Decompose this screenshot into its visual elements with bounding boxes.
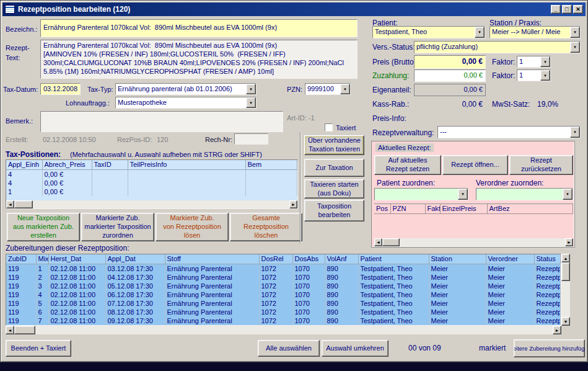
rezept-zuruecksetzen-button[interactable]: Rezept zurücksetzen [509, 155, 573, 175]
column-header[interactable]: TaxID [92, 160, 128, 169]
column-header[interactable]: DosAbs [292, 254, 325, 264]
column-header[interactable]: PZN [390, 204, 425, 213]
faktor2-select[interactable]: 1 ▼ [517, 69, 551, 81]
column-header[interactable]: Faktor [425, 204, 440, 213]
rezept-oeffnen-button[interactable]: Rezept öffnen... [442, 155, 508, 175]
auswahl-umkehren-button[interactable]: Auswahl umkehren [322, 340, 388, 357]
column-header[interactable]: Herst_Dat [48, 254, 105, 264]
bemerk-textarea[interactable] [40, 111, 283, 132]
scrollbar-thumb[interactable] [561, 262, 570, 281]
beenden-taxiert-button[interactable]: Beenden + Taxiert [6, 340, 71, 357]
scroll-down-icon[interactable]: ▼ [561, 317, 570, 326]
scroll-right-icon[interactable]: ► [289, 200, 297, 208]
column-header[interactable]: Abrech_Preis [42, 160, 92, 169]
taxiert-checkbox[interactable] [325, 123, 333, 132]
chevron-down-icon[interactable]: ▼ [570, 42, 580, 53]
table-row[interactable]: 119202.12.08 11:0004.12.08 17:30Ernährun… [6, 273, 561, 282]
zubereitungen-hscrollbar[interactable]: ◄ ► [6, 326, 561, 334]
table-row[interactable]: 119602.12.08 11:0008.12.08 17:30Ernährun… [6, 308, 561, 316]
zuzahlung-input[interactable]: 0,00 € [414, 69, 486, 82]
column-header[interactable]: Pos [374, 204, 390, 213]
scrollbar-thumb[interactable] [14, 326, 35, 334]
faktor1-select[interactable]: 1 ▼ [517, 56, 551, 68]
weitere-zubereitung-button[interactable]: Weitere Zubereitung hinzufügen [514, 339, 585, 357]
verordner-zuordnen-select[interactable]: ▼ [476, 188, 573, 200]
scroll-up-icon[interactable]: ▲ [561, 254, 570, 262]
station-praxis-select[interactable]: Meier --> Müller / Meie ▼ [489, 26, 581, 38]
lohnauftragg-select[interactable]: Musterapotheke ▼ [115, 97, 257, 109]
maximize-button[interactable]: □ [562, 5, 572, 14]
rech-nr-input[interactable] [234, 133, 268, 145]
scroll-right-icon[interactable]: ► [565, 238, 573, 246]
tax-positionen-hscrollbar[interactable]: ◄ ► [6, 200, 297, 208]
pzn-select[interactable]: 9999100 ▼ [305, 83, 351, 95]
table-row[interactable]: 119102.12.08 11:0003.12.08 17:30Ernährun… [6, 264, 561, 273]
preis-brutto-input[interactable]: 0,00 € [414, 55, 486, 69]
table-cell: Meier [486, 273, 534, 282]
taxieren-starten-button[interactable]: Taxieren starten (aus Doku) [304, 179, 364, 199]
chevron-down-icon[interactable]: ▼ [340, 84, 350, 94]
zur-taxation-button[interactable]: Zur Taxation [304, 159, 364, 177]
zub-loesen-button[interactable]: Markierte Zub. von Rezeptposition lösen [156, 213, 229, 241]
chevron-down-icon[interactable]: ▼ [246, 84, 256, 94]
tax-typ-select[interactable]: Ernährung parenteral (ab 01.01.2006) ▼ [115, 83, 257, 95]
column-header[interactable]: EinzelPreis [440, 204, 487, 213]
taxposition-bearbeiten-button[interactable]: Taxposition bearbeiten [304, 200, 364, 221]
vers-status-select[interactable]: pflichtig (Zuzahlung) ▼ [414, 41, 581, 53]
minimize-button[interactable]: _ [551, 5, 561, 14]
column-header[interactable]: VolAnf [325, 254, 358, 264]
rezeptverwaltung-select[interactable]: --- ▼ [437, 126, 581, 138]
faktor1-label: Faktor: [492, 58, 515, 66]
table-row[interactable]: 119502.12.08 11:0007.12.08 17:30Ernährun… [6, 299, 561, 308]
title-bar[interactable]: Rezeptposition bearbeiten (120) _ □ ✕ [2, 2, 586, 16]
chevron-down-icon[interactable]: ▼ [540, 70, 550, 81]
scrollbar-thumb[interactable] [382, 238, 400, 246]
zubereitungen-vscrollbar[interactable]: ▲ ▼ [561, 254, 570, 326]
rezept-hscrollbar[interactable]: ◄ ► [374, 238, 573, 246]
ueber-vorhandene-taxation-button[interactable]: Über vorhandene Taxation taxieren [304, 135, 364, 155]
column-header[interactable]: Status [534, 254, 561, 264]
scroll-left-icon[interactable]: ◄ [6, 200, 14, 208]
chevron-down-icon[interactable]: ▼ [540, 56, 550, 67]
chevron-down-icon[interactable]: ▼ [246, 97, 256, 108]
column-header[interactable]: Stoff [165, 254, 259, 264]
column-header[interactable]: DosRel [259, 254, 292, 264]
column-header[interactable]: Appl_Dat [105, 254, 165, 264]
table-row[interactable]: 119302.12.08 11:0005.12.08 17:30Ernährun… [6, 282, 561, 290]
table-row[interactable]: 10,00 € [6, 187, 297, 196]
table-row[interactable]: 40,00 € [6, 169, 297, 179]
table-row[interactable]: 119702.12.08 11:0009.12.08 17:30Ernährun… [6, 316, 561, 325]
column-header[interactable]: Verordner [486, 254, 534, 264]
column-header[interactable]: TeilPreisInfo [128, 160, 245, 169]
scroll-left-icon[interactable]: ◄ [6, 326, 14, 334]
table-row[interactable]: 119402.12.08 11:0006.12.08 17:30Ernährun… [6, 290, 561, 299]
column-header[interactable]: ArtBez [487, 204, 573, 213]
rezeptposition-loeschen-button[interactable]: Gesamte Rezeptposition löschen [230, 213, 302, 241]
table-row[interactable]: 40,00 € [6, 179, 297, 187]
auf-aktuelles-rezept-button[interactable]: Auf aktuelles Rezept setzen [374, 155, 441, 175]
patient-select[interactable]: Testpatient, Theo ▼ [372, 26, 485, 38]
preis-info-label: Preis-Info: [372, 114, 406, 123]
patient-zuordnen-select[interactable]: ▼ [374, 188, 468, 200]
zub-zuordnen-button[interactable]: Markierte Zub. markierter Taxposition zu… [81, 213, 154, 241]
scrollbar-thumb[interactable] [14, 200, 33, 208]
chevron-down-icon[interactable]: ▼ [570, 127, 580, 138]
tax-datum-input[interactable]: 03.12.2008 [40, 83, 81, 95]
bezeichn-input[interactable]: Ernährung Parenteral 1070kcal Vol: 890ml… [40, 19, 358, 37]
column-header[interactable]: Mix [36, 254, 48, 264]
scroll-right-icon[interactable]: ► [553, 326, 561, 334]
column-header[interactable]: Station [429, 254, 486, 264]
neue-taxposition-button[interactable]: Neue Taxposition aus markierten Zub. ers… [7, 213, 80, 241]
chevron-down-icon[interactable]: ▼ [458, 189, 468, 200]
column-header[interactable]: Patient [358, 254, 429, 264]
chevron-down-icon[interactable]: ▼ [475, 27, 485, 38]
column-header[interactable]: Bem [245, 160, 297, 169]
rezept-text-box[interactable]: Ernährung Parenteral 1070kcal Vol: 890ml… [40, 40, 358, 79]
column-header[interactable]: Appl_Einh [6, 160, 42, 169]
column-header[interactable]: ZubID [6, 254, 36, 264]
chevron-down-icon[interactable]: ▼ [563, 189, 573, 200]
scroll-left-icon[interactable]: ◄ [374, 238, 382, 246]
chevron-down-icon[interactable]: ▼ [570, 27, 580, 38]
close-button[interactable]: ✕ [573, 5, 583, 14]
alle-auswaehlen-button[interactable]: Alle auswählen [258, 340, 320, 357]
